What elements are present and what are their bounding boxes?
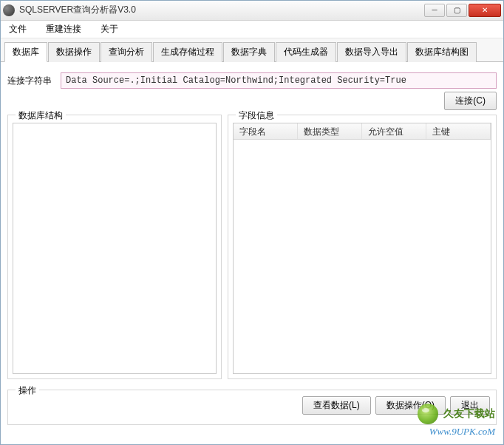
tab-dict[interactable]: 数据字典 (223, 42, 275, 62)
operations-panel: 操作 查看数据(L) 数据操作(O) 退出 (7, 390, 497, 425)
col-nullable[interactable]: 允许空值 (362, 123, 426, 139)
grid-body (234, 140, 491, 373)
menu-bar: 文件 重建连接 关于 (0, 21, 504, 38)
watermark-url: Www.9UPK.coM (418, 426, 495, 438)
menu-reconnect[interactable]: 重建连接 (41, 21, 86, 37)
menu-about[interactable]: 关于 (96, 21, 123, 37)
view-data-button[interactable]: 查看数据(L) (302, 396, 371, 415)
connection-label: 连接字符串 (7, 75, 61, 87)
minimize-button[interactable]: ─ (424, 4, 445, 17)
operations-title: 操作 (16, 384, 39, 397)
tab-strip: 数据库 数据操作 查询分析 生成存储过程 数据字典 代码生成器 数据导入导出 数… (0, 38, 504, 62)
db-structure-list[interactable] (13, 123, 217, 374)
field-info-title: 字段信息 (236, 109, 277, 122)
tab-codegen[interactable]: 代码生成器 (276, 42, 336, 62)
grid-header: 字段名 数据类型 允许空值 主键 (234, 123, 491, 140)
db-structure-panel: 数据库结构 (7, 115, 222, 379)
tab-database[interactable]: 数据库 (4, 42, 47, 62)
menu-file[interactable]: 文件 (4, 21, 31, 37)
tab-query[interactable]: 查询分析 (101, 42, 152, 62)
connect-button[interactable]: 连接(C) (444, 92, 497, 110)
data-operation-button[interactable]: 数据操作(O) (375, 396, 446, 415)
col-primarykey[interactable]: 主键 (426, 123, 491, 139)
field-info-panel: 字段信息 字段名 数据类型 允许空值 主键 (228, 115, 497, 379)
window-title: SQLSERVER查询分析器V3.0 (19, 4, 423, 16)
title-bar: SQLSERVER查询分析器V3.0 ─ ▢ ✕ (0, 0, 504, 21)
field-info-grid[interactable]: 字段名 数据类型 允许空值 主键 (233, 123, 491, 374)
maximize-button[interactable]: ▢ (446, 4, 467, 17)
tab-importexport[interactable]: 数据导入导出 (337, 42, 406, 62)
tab-sproc[interactable]: 生成存储过程 (153, 42, 222, 62)
close-button[interactable]: ✕ (469, 4, 501, 17)
col-fieldname[interactable]: 字段名 (234, 123, 298, 139)
tab-structgraph[interactable]: 数据库结构图 (407, 42, 477, 62)
connection-string-input[interactable] (61, 72, 497, 89)
app-icon (3, 4, 15, 16)
exit-button[interactable]: 退出 (450, 396, 490, 415)
db-structure-title: 数据库结构 (16, 109, 66, 122)
tab-dataop[interactable]: 数据操作 (48, 42, 100, 62)
col-datatype[interactable]: 数据类型 (298, 123, 362, 139)
